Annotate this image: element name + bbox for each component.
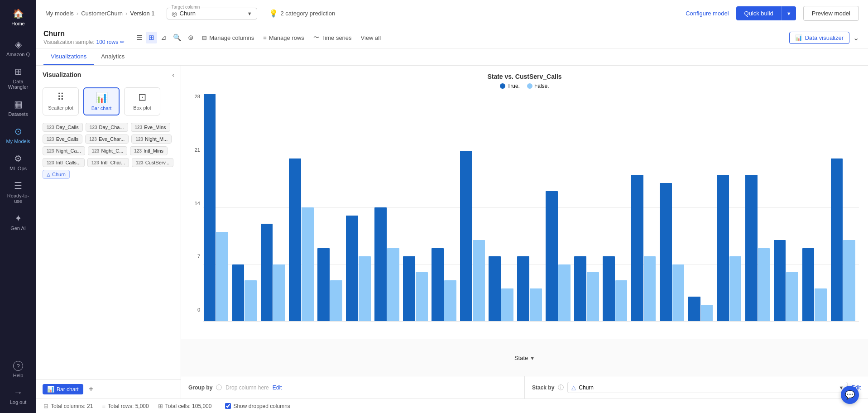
chart-type-box[interactable]: ⊡ Box plot	[124, 87, 160, 115]
col-tag-day-calls[interactable]: 123Day_Calls	[43, 123, 83, 132]
sidebar-item-home[interactable]: 🏠 Home	[3, 5, 34, 30]
stack-select-dropdown[interactable]: △ Churn ▼	[567, 382, 848, 393]
configure-model-link[interactable]: Configure model	[686, 10, 729, 17]
breadcrumb-sep-2: ›	[125, 10, 127, 17]
col-name-intl-mins: Intl_Mins	[144, 148, 163, 154]
group-by-edit[interactable]: Edit	[273, 384, 282, 391]
sidebar-item-amazon-q[interactable]: ◈ Amazon Q	[3, 35, 34, 61]
sidebar-label-datasets: Datasets	[8, 111, 28, 117]
sidebar-item-datasets[interactable]: ▦ Datasets	[3, 95, 34, 120]
sample-value[interactable]: 100 rows	[96, 39, 119, 45]
col-tag-intl-calls[interactable]: 123Intl_Calls...	[43, 158, 85, 167]
ml-ops-icon: ⚙	[14, 153, 22, 164]
chat-button[interactable]: 💬	[841, 386, 859, 404]
y-label-14: 14	[195, 201, 200, 206]
col-tag-intl-char[interactable]: 123Intl_Char...	[87, 158, 129, 167]
sidebar-item-help[interactable]: ? Help	[3, 357, 34, 382]
target-column-select[interactable]: ◎ Churn ▼	[172, 10, 252, 17]
col-name-churn: Churn	[52, 172, 66, 177]
search-btn[interactable]: 🔍	[170, 32, 184, 43]
chart-tabs-bar: 📊 Bar chart +	[36, 379, 181, 399]
preview-model-button[interactable]: Preview model	[803, 6, 859, 21]
group-by-info-icon[interactable]: ⓘ	[216, 384, 222, 392]
breadcrumb-sep-1: ›	[77, 10, 78, 17]
col-tag-day-cha[interactable]: 123Day_Cha...	[86, 123, 128, 132]
bar-group-15	[631, 94, 656, 321]
sidebar-label-help: Help	[13, 373, 24, 378]
pencil-icon[interactable]: ✏	[120, 39, 125, 45]
tabs-bar: Visualizations Analytics	[36, 48, 868, 66]
time-series-action[interactable]: 〜 Time series	[310, 32, 355, 43]
total-cells: ⊞ Total cells: 105,000	[158, 403, 212, 409]
filter-btn[interactable]: ⊿	[158, 32, 169, 43]
list-view-btn[interactable]: ☰	[134, 32, 145, 43]
col-tag-churn[interactable]: △Churn	[43, 170, 70, 179]
bar-group-1	[232, 94, 257, 321]
quick-build-button[interactable]: Quick build ▼	[736, 6, 796, 20]
chart-type-bar[interactable]: 📊 Bar chart	[83, 87, 120, 115]
scatter-label: Scatter plot	[48, 105, 73, 110]
col-tag-eve-char[interactable]: 123Eve_Char...	[85, 134, 129, 144]
col-name-intl-char: Intl_Char...	[101, 160, 125, 165]
bar-false-3	[302, 207, 314, 321]
bar-group-18	[716, 94, 742, 321]
col-tag-eve-calls[interactable]: 123Eve_Calls	[43, 134, 82, 144]
stack-by-info-icon[interactable]: ⓘ	[558, 384, 564, 392]
target-column-box[interactable]: Target column ◎ Churn ▼	[167, 8, 257, 19]
tab-analytics[interactable]: Analytics	[94, 48, 132, 65]
more-options-btn[interactable]: ⊜	[185, 32, 197, 43]
manage-columns-icon: ⊟	[202, 34, 207, 41]
sidebar-item-data-wrangler[interactable]: ⊞ Data Wrangler	[3, 62, 34, 93]
bar-group-5	[346, 94, 371, 321]
active-chart-tab[interactable]: 📊 Bar chart	[43, 384, 83, 394]
bar-false-2	[273, 264, 285, 322]
data-visualizer-button[interactable]: 📊 Data visualizer	[789, 32, 849, 44]
target-column-value: Churn	[180, 10, 196, 17]
show-dropped-checkbox[interactable]	[225, 403, 231, 409]
col-tag-night-ca[interactable]: 123Night_Ca...	[43, 146, 85, 155]
category-prediction-text: 2 category prediction	[281, 10, 336, 17]
collapse-panel-btn[interactable]: ‹	[172, 71, 174, 78]
col-name-custserv: CustServ...	[145, 160, 170, 165]
bar-group-6	[374, 94, 400, 321]
col-tag-intl-mins[interactable]: 123Intl_Mins	[130, 146, 168, 155]
breadcrumb-version: Version 1	[130, 10, 154, 17]
total-columns: ⊟ Total columns: 21	[43, 403, 93, 409]
col-type-intl-calls: 123	[47, 160, 54, 165]
view-all-action[interactable]: View all	[357, 33, 385, 43]
bar-true-17	[688, 297, 700, 321]
sidebar-item-my-models[interactable]: ⊙ My Models	[3, 122, 34, 148]
breadcrumb-my-models[interactable]: My models	[45, 10, 74, 17]
bar-false-17	[701, 305, 713, 321]
bar-false-16	[672, 264, 685, 322]
manage-columns-action[interactable]: ⊟ Manage columns	[198, 33, 258, 43]
column-list: 123Day_Calls123Day_Cha...123Eve_Mins123E…	[36, 119, 181, 379]
col-name-day-cha: Day_Cha...	[99, 125, 124, 130]
col-tag-eve-mins[interactable]: 123Eve_Mins	[131, 123, 170, 132]
bar-group-9	[460, 94, 485, 321]
sidebar-item-log-out[interactable]: → Log out	[3, 384, 34, 408]
quick-build-arrow-icon[interactable]: ▼	[782, 7, 796, 20]
chart-type-scatter[interactable]: ⠿ Scatter plot	[43, 87, 79, 115]
show-dropped-label[interactable]: Show dropped columns	[225, 403, 290, 409]
col-tag-night-m[interactable]: 123Night_M...	[131, 134, 172, 144]
bar-group-2	[260, 94, 286, 321]
grid-view-btn[interactable]: ⊞	[146, 32, 157, 43]
bar-group-21	[802, 94, 827, 321]
manage-rows-action[interactable]: ≡ Manage rows	[259, 33, 308, 43]
sidebar-item-ml-ops[interactable]: ⚙ ML Ops	[3, 149, 34, 175]
state-dropdown[interactable]: State ▼	[514, 355, 535, 361]
col-type-night-ca: 123	[47, 149, 54, 154]
bar-group-14	[602, 94, 628, 321]
col-tag-custserv[interactable]: 123CustServ...	[132, 158, 173, 167]
sidebar-item-ready-to-use[interactable]: ☰ Ready-to-use	[3, 177, 34, 207]
tab-visualizations[interactable]: Visualizations	[43, 48, 94, 65]
breadcrumb-customer-churn[interactable]: CustomerChurn	[81, 10, 123, 17]
viz-panel-header: Visualization ‹	[36, 66, 181, 84]
add-chart-button[interactable]: +	[86, 384, 96, 395]
col-tag-night-c[interactable]: 123Night_C...	[88, 146, 128, 155]
bar-true-22	[831, 158, 843, 321]
sidebar-item-gen-ai[interactable]: ✦ Gen AI	[3, 209, 34, 235]
collapse-button[interactable]: ⌄	[851, 32, 861, 44]
quick-build-label[interactable]: Quick build	[736, 6, 782, 20]
